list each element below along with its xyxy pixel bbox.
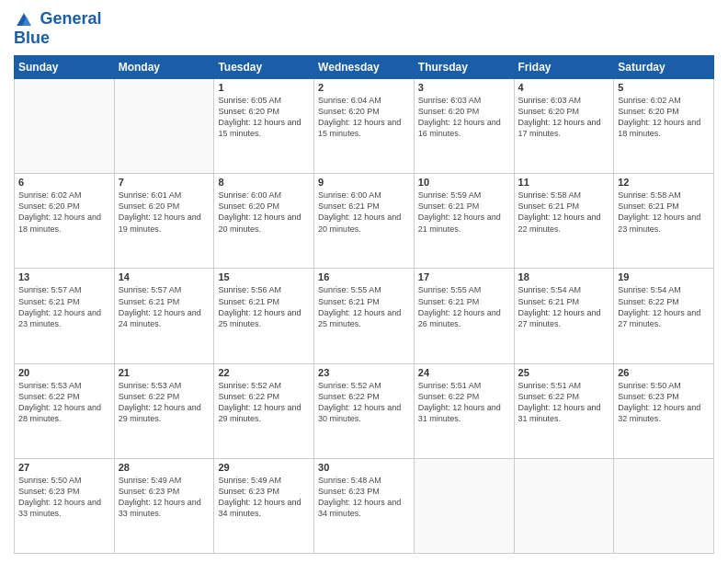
cell-info: Daylight: 12 hours and 25 minutes.: [318, 307, 410, 329]
cell-info: Sunrise: 6:05 AM: [218, 95, 310, 106]
cell-info: Daylight: 12 hours and 25 minutes.: [218, 307, 310, 329]
day-number: 11: [518, 177, 610, 188]
cell-info: Sunset: 6:21 PM: [418, 201, 510, 212]
calendar-cell: 15Sunrise: 5:56 AMSunset: 6:21 PMDayligh…: [214, 269, 314, 363]
calendar-cell: 18Sunrise: 5:54 AMSunset: 6:21 PMDayligh…: [514, 269, 614, 363]
cell-info: Sunrise: 6:02 AM: [618, 95, 710, 106]
cell-info: Sunset: 6:23 PM: [18, 486, 110, 497]
cell-info: Sunset: 6:23 PM: [119, 486, 210, 497]
day-number: 22: [218, 367, 310, 378]
cell-info: Sunrise: 5:50 AM: [18, 475, 110, 486]
cell-info: Daylight: 12 hours and 21 minutes.: [418, 212, 510, 234]
page: GeneralBlue SundayMondayTuesdayWednesday…: [0, 0, 728, 563]
calendar-cell: 12Sunrise: 5:58 AMSunset: 6:21 PMDayligh…: [614, 174, 714, 269]
cell-info: Sunrise: 6:03 AM: [418, 95, 510, 106]
cell-info: Sunrise: 6:02 AM: [18, 190, 110, 201]
cell-info: Sunrise: 5:55 AM: [318, 284, 410, 295]
calendar-cell: 7Sunrise: 6:01 AMSunset: 6:20 PMDaylight…: [114, 174, 214, 269]
calendar-cell: [514, 458, 614, 553]
cell-info: Daylight: 12 hours and 18 minutes.: [18, 212, 110, 234]
cell-info: Sunrise: 5:54 AM: [518, 284, 610, 295]
day-number: 5: [618, 82, 710, 93]
day-number: 2: [318, 82, 410, 93]
cell-info: Sunrise: 5:58 AM: [518, 190, 610, 201]
cell-info: Sunset: 6:23 PM: [618, 391, 710, 402]
cell-info: Daylight: 12 hours and 31 minutes.: [418, 402, 510, 424]
day-number: 18: [518, 271, 610, 282]
calendar-cell: 16Sunrise: 5:55 AMSunset: 6:21 PMDayligh…: [314, 269, 415, 363]
cell-info: Sunset: 6:20 PM: [518, 106, 610, 117]
cell-info: Daylight: 12 hours and 23 minutes.: [618, 212, 710, 234]
cell-info: Sunrise: 5:58 AM: [618, 190, 710, 201]
cell-info: Sunset: 6:21 PM: [218, 296, 310, 307]
day-number: 27: [18, 462, 110, 473]
cell-info: Daylight: 12 hours and 31 minutes.: [518, 402, 610, 424]
calendar-cell: 13Sunrise: 5:57 AMSunset: 6:21 PMDayligh…: [15, 269, 115, 363]
calendar-cell: 11Sunrise: 5:58 AMSunset: 6:21 PMDayligh…: [514, 174, 614, 269]
day-number: 16: [318, 271, 410, 282]
day-number: 12: [618, 177, 710, 188]
cell-info: Sunrise: 5:57 AM: [119, 284, 210, 295]
cell-info: Sunset: 6:20 PM: [218, 201, 310, 212]
calendar-cell: [15, 79, 115, 174]
weekday-header-thursday: Thursday: [414, 56, 514, 79]
cell-info: Sunrise: 5:53 AM: [119, 380, 210, 391]
calendar-cell: 24Sunrise: 5:51 AMSunset: 6:22 PMDayligh…: [414, 363, 514, 458]
cell-info: Sunset: 6:20 PM: [618, 106, 710, 117]
cell-info: Daylight: 12 hours and 20 minutes.: [218, 212, 310, 234]
day-number: 30: [318, 462, 410, 473]
cell-info: Daylight: 12 hours and 34 minutes.: [318, 497, 410, 519]
cell-info: Daylight: 12 hours and 16 minutes.: [418, 117, 510, 139]
calendar-cell: [414, 458, 514, 553]
cell-info: Sunset: 6:22 PM: [18, 391, 110, 402]
calendar-cell: 14Sunrise: 5:57 AMSunset: 6:21 PMDayligh…: [114, 269, 214, 363]
calendar-cell: 4Sunrise: 6:03 AMSunset: 6:20 PMDaylight…: [514, 79, 614, 174]
cell-info: Sunrise: 6:01 AM: [119, 190, 210, 201]
day-number: 26: [618, 367, 710, 378]
cell-info: Sunset: 6:22 PM: [518, 391, 610, 402]
cell-info: Sunrise: 6:03 AM: [518, 95, 610, 106]
cell-info: Sunset: 6:23 PM: [318, 486, 410, 497]
day-number: 1: [218, 82, 310, 93]
cell-info: Sunset: 6:21 PM: [618, 201, 710, 212]
day-number: 23: [318, 367, 410, 378]
cell-info: Sunset: 6:21 PM: [318, 296, 410, 307]
cell-info: Daylight: 12 hours and 27 minutes.: [518, 307, 610, 329]
cell-info: Daylight: 12 hours and 33 minutes.: [119, 497, 210, 519]
weekday-header-monday: Monday: [114, 56, 214, 79]
cell-info: Daylight: 12 hours and 23 minutes.: [18, 307, 110, 329]
cell-info: Sunrise: 6:00 AM: [318, 190, 410, 201]
day-number: 14: [119, 271, 210, 282]
cell-info: Daylight: 12 hours and 28 minutes.: [18, 402, 110, 424]
weekday-header-tuesday: Tuesday: [214, 56, 314, 79]
cell-info: Sunrise: 5:48 AM: [318, 475, 410, 486]
day-number: 21: [119, 367, 210, 378]
calendar-cell: [614, 458, 714, 553]
cell-info: Sunset: 6:20 PM: [119, 201, 210, 212]
calendar-cell: 8Sunrise: 6:00 AMSunset: 6:20 PMDaylight…: [214, 174, 314, 269]
cell-info: Sunset: 6:21 PM: [18, 296, 110, 307]
calendar-cell: 29Sunrise: 5:49 AMSunset: 6:23 PMDayligh…: [214, 458, 314, 553]
day-number: 10: [418, 177, 510, 188]
cell-info: Daylight: 12 hours and 20 minutes.: [318, 212, 410, 234]
day-number: 20: [18, 367, 110, 378]
cell-info: Daylight: 12 hours and 30 minutes.: [318, 402, 410, 424]
header: GeneralBlue: [14, 9, 714, 48]
day-number: 29: [218, 462, 310, 473]
weekday-header-wednesday: Wednesday: [314, 56, 415, 79]
day-number: 25: [518, 367, 610, 378]
cell-info: Sunset: 6:21 PM: [518, 296, 610, 307]
calendar-cell: 17Sunrise: 5:55 AMSunset: 6:21 PMDayligh…: [414, 269, 514, 363]
cell-info: Sunset: 6:22 PM: [618, 296, 710, 307]
cell-info: Daylight: 12 hours and 26 minutes.: [418, 307, 510, 329]
day-number: 3: [418, 82, 510, 93]
day-number: 17: [418, 271, 510, 282]
calendar-cell: 28Sunrise: 5:49 AMSunset: 6:23 PMDayligh…: [114, 458, 214, 553]
cell-info: Daylight: 12 hours and 29 minutes.: [218, 402, 310, 424]
cell-info: Daylight: 12 hours and 15 minutes.: [218, 117, 310, 139]
calendar-cell: 30Sunrise: 5:48 AMSunset: 6:23 PMDayligh…: [314, 458, 415, 553]
calendar-cell: 9Sunrise: 6:00 AMSunset: 6:21 PMDaylight…: [314, 174, 415, 269]
day-number: 13: [18, 271, 110, 282]
calendar-cell: 22Sunrise: 5:52 AMSunset: 6:22 PMDayligh…: [214, 363, 314, 458]
cell-info: Sunset: 6:20 PM: [218, 106, 310, 117]
